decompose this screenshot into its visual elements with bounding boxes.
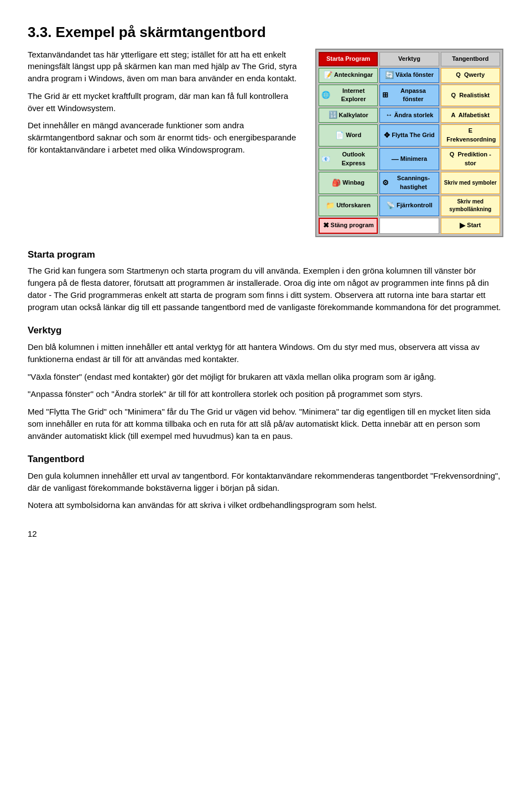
cell-empty [379, 218, 439, 234]
grid-row-3: 🔢 Kalkylator ↔ Ändra storlek A Alfabetis… [319, 108, 500, 123]
cell-outlook: 📧 Outlook Express [319, 148, 378, 170]
cell-alfabetiskt: A Alfabetiskt [441, 108, 500, 123]
cell-andra-storlek: ↔ Ändra storlek [379, 108, 439, 123]
grid-header-starta: Starta Program [319, 52, 378, 66]
cell-minimera: — Minimera [379, 148, 439, 170]
grid-row-2: 🌐 Internet Explorer ⊞ Anpassa fönster Q … [319, 85, 500, 107]
grid-row-5: 📧 Outlook Express — Minimera Q Prediktio… [319, 148, 500, 170]
starta-p1: The Grid kan fungera som Startmenyn och … [28, 265, 503, 313]
grid-row-4: 📄 Word ✥ Flytta The Grid E Frekvensordni… [319, 124, 500, 146]
cell-prediktion: Q Prediktion - stor [441, 148, 500, 170]
cell-kalkylator: 🔢 Kalkylator [319, 108, 378, 123]
verktyg-p1: Den blå kolumnen i mitten innehåller ett… [28, 341, 503, 365]
section-tangentbord-title: Tangentbord [28, 453, 503, 467]
cell-flytta: ✥ Flytta The Grid [379, 124, 439, 146]
cell-realistiskt: Q Realistiskt [441, 85, 500, 107]
intro-p1: Textanvändandet tas här ytterligare ett … [28, 49, 302, 85]
grid-row-1: 📝 Anteckningar 🔄 Växla fönster Q Qwerty [319, 68, 500, 83]
section-starta-title: Starta program [28, 248, 503, 262]
cell-skriv-symboler: Skriv med symboler [441, 172, 500, 194]
cell-anteckningar: 📝 Anteckningar [319, 68, 378, 83]
intro-p2: The Grid är ett mycket kraftfullt progra… [28, 90, 302, 114]
verktyg-p4: Med "Flytta The Grid" och "Minimera" får… [28, 406, 503, 442]
intro-text: Textanvändandet tas här ytterligare ett … [28, 49, 302, 237]
cell-frekvensordning: E Frekvensordning [441, 124, 500, 146]
cell-scannings: ⚙ Scannings-hastighet [379, 172, 439, 194]
cell-skriv-symbollankning: Skriv med symbollänkning [441, 196, 500, 216]
cell-word: 📄 Word [319, 124, 378, 146]
cell-stang: ✖ Stäng program [319, 218, 378, 234]
cell-vaxla: 🔄 Växla fönster [379, 68, 439, 83]
tangentbord-p1: Den gula kolumnen innehåller ett urval a… [28, 470, 503, 494]
page-heading: 3.3. Exempel på skärmtangentbord [28, 22, 503, 43]
grid-row-8: ✖ Stäng program ▶ Start [319, 218, 500, 234]
cell-start: ▶ Start [441, 218, 500, 234]
cell-winbag: 🎒 Winbag [319, 172, 378, 194]
grid-header-verktyg: Verktyg [379, 52, 439, 66]
tangentbord-p2: Notera att symbolsidorna kan användas fö… [28, 499, 503, 511]
verktyg-p2: "Växla fönster" (endast med kontakter) g… [28, 371, 503, 383]
cell-anpassa: ⊞ Anpassa fönster [379, 85, 439, 107]
intro-p3: Det innehåller en mängd avancerade funkt… [28, 119, 302, 155]
grid-row-6: 🎒 Winbag ⚙ Scannings-hastighet Skriv med… [319, 172, 500, 194]
cell-utforskaren: 📁 Utforskaren [319, 196, 378, 216]
grid-row-7: 📁 Utforskaren 📡 Fjärrkontroll Skriv med … [319, 196, 500, 216]
grid-rows: 📝 Anteckningar 🔄 Växla fönster Q Qwerty … [319, 68, 500, 234]
cell-fjarrkontroll: 📡 Fjärrkontroll [379, 196, 439, 216]
grid-ui: Starta Program Verktyg Tangentbord 📝 Ant… [315, 49, 503, 237]
section-verktyg-title: Verktyg [28, 324, 503, 338]
cell-qwerty: Q Qwerty [441, 68, 500, 83]
grid-header-tangentbord: Tangentbord [441, 52, 500, 66]
top-section: Textanvändandet tas här ytterligare ett … [28, 49, 503, 237]
grid-header: Starta Program Verktyg Tangentbord [319, 52, 500, 66]
page-number: 12 [28, 528, 503, 540]
cell-ie: 🌐 Internet Explorer [319, 85, 378, 107]
verktyg-p3: "Anpassa fönster" och "Ändra storlek" är… [28, 388, 503, 400]
